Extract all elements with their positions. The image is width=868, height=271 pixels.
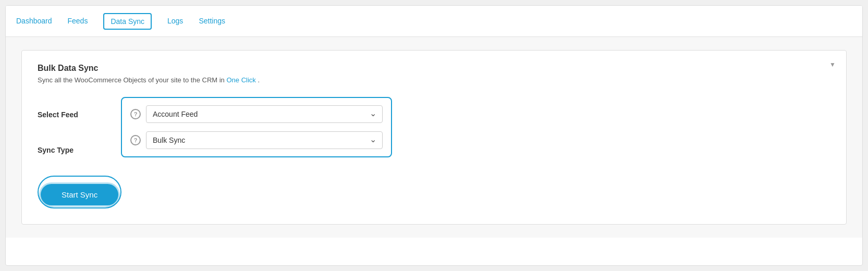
select-feed-label: Select Feed — [38, 110, 121, 119]
select-feed-container: Account Feed Order Feed Product Feed — [146, 105, 383, 123]
sync-type-help-icon[interactable]: ? — [130, 135, 141, 145]
start-sync-button[interactable]: Start Sync — [41, 184, 118, 205]
select-feed-row: ? Account Feed Order Feed Product Feed — [130, 105, 383, 123]
section-title: Bulk Data Sync — [38, 64, 830, 73]
page-wrapper: Dashboard Feeds Data Sync Logs Settings … — [0, 0, 868, 271]
sync-type-input[interactable]: Bulk Sync Incremental Sync — [146, 131, 383, 149]
sync-type-row: ? Bulk Sync Incremental Sync — [130, 131, 383, 149]
nav-item-settings[interactable]: Settings — [199, 7, 225, 36]
subtitle-suffix: . — [258, 76, 260, 84]
section-subtitle: Sync all the WooCommerce Objects of your… — [38, 76, 830, 84]
nav-item-logs[interactable]: Logs — [167, 7, 183, 36]
nav-bar: Dashboard Feeds Data Sync Logs Settings — [6, 6, 862, 37]
nav-item-feeds[interactable]: Feeds — [68, 7, 88, 36]
subtitle-prefix: Sync all the WooCommerce Objects of your… — [38, 76, 225, 84]
collapse-arrow-icon[interactable]: ▼ — [829, 61, 836, 68]
nav-item-dashboard[interactable]: Dashboard — [16, 7, 52, 36]
nav-item-data-sync[interactable]: Data Sync — [103, 13, 152, 30]
content-area: ▼ Bulk Data Sync Sync all the WooCommerc… — [6, 37, 862, 238]
start-sync-wrapper: Start Sync — [38, 176, 121, 208]
form-field-group: ? Account Feed Order Feed Product Feed — [121, 97, 392, 157]
sync-type-container: Bulk Sync Incremental Sync — [146, 131, 383, 149]
section-card: ▼ Bulk Data Sync Sync all the WooCommerc… — [21, 50, 847, 225]
subtitle-link[interactable]: One Click — [226, 76, 255, 84]
sync-type-label: Sync Type — [38, 146, 121, 154]
select-feed-help-icon[interactable]: ? — [130, 109, 141, 119]
main-card: Dashboard Feeds Data Sync Logs Settings … — [5, 5, 863, 266]
select-feed-input[interactable]: Account Feed Order Feed Product Feed — [146, 105, 383, 123]
